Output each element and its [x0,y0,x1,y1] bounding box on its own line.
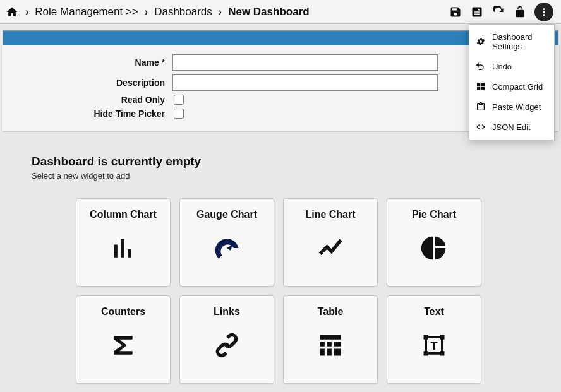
widget-label: Text [424,306,444,318]
undo-icon [476,61,486,71]
chevron-right-icon: › [25,6,28,18]
home-icon[interactable] [5,5,19,19]
widget-label: Counters [101,306,145,318]
menu-item-label: JSON Edit [492,122,531,132]
table-icon [317,331,344,359]
widget-label: Table [318,306,344,318]
widget-links[interactable]: Links [179,295,274,384]
text-box-icon: T [420,331,448,359]
name-label: Name * [9,57,172,68]
widget-gauge-chart[interactable]: Gauge Chart [179,198,274,287]
breadcrumb-parent[interactable]: Role Management >> [35,6,138,18]
breadcrumb: › Role Management >> › Dashboards › New … [5,5,449,19]
gear-icon [476,37,486,47]
widget-counters[interactable]: Counters [76,295,171,384]
grid-icon [476,81,486,92]
widget-label: Line Chart [305,209,355,220]
widget-column-chart[interactable]: Column Chart [76,198,171,287]
paste-icon [476,102,486,112]
line-chart-icon [317,234,344,262]
empty-title: Dashboard is currently empty [32,155,529,169]
widget-label: Column Chart [90,209,157,220]
widget-label: Pie Chart [412,209,456,220]
menu-dashboard-settings[interactable]: Dashboard Settings [469,27,554,56]
chevron-right-icon: › [219,6,222,18]
content-area: Dashboard is currently empty Select a ne… [0,132,561,392]
menu-compact-grid[interactable]: Compact Grid [469,76,554,97]
toolbar [449,3,556,21]
unlock-icon[interactable] [513,5,527,19]
widget-text[interactable]: Text T [387,295,481,384]
sigma-icon [109,331,137,359]
name-input[interactable] [172,54,438,71]
reload-icon[interactable] [492,5,505,19]
menu-json-edit[interactable]: JSON Edit [469,117,554,137]
breadcrumb-current: New Dashboard [228,6,309,18]
empty-subtitle: Select a new widget to add [32,171,529,181]
menu-undo[interactable]: Undo [469,56,554,76]
widget-label: Links [214,306,240,318]
widget-label: Gauge Chart [196,209,257,220]
bar-chart-icon [109,234,137,262]
widget-grid: Column Chart Gauge Chart Line Chart Pie … [76,198,529,384]
breadcrumb-section[interactable]: Dashboards [154,6,212,18]
more-menu-button[interactable] [534,3,553,21]
menu-item-label: Undo [492,62,512,71]
top-bar: › Role Management >> › Dashboards › New … [0,0,561,24]
readonly-checkbox[interactable] [174,95,184,105]
more-menu-dropdown: Dashboard Settings Undo Compact Grid Pas… [469,24,555,140]
widget-table[interactable]: Table [283,295,378,384]
widget-line-chart[interactable]: Line Chart [283,198,378,287]
description-input[interactable] [172,74,438,91]
code-icon [476,122,486,132]
menu-item-label: Paste Widget [492,102,541,112]
hide-timepicker-label: Hide Time Picker [9,109,172,119]
widget-pie-chart[interactable]: Pie Chart [387,198,481,287]
gauge-icon [213,234,241,262]
link-icon [213,331,241,359]
menu-item-label: Dashboard Settings [492,32,548,51]
export-icon[interactable] [470,5,484,19]
menu-paste-widget[interactable]: Paste Widget [469,97,554,117]
description-label: Description [9,78,172,88]
chevron-right-icon: › [145,6,148,18]
save-icon[interactable] [449,5,462,19]
pie-chart-icon [420,234,448,262]
menu-item-label: Compact Grid [492,82,543,92]
svg-text:T: T [430,339,437,352]
readonly-label: Read Only [9,95,172,105]
hide-timepicker-checkbox[interactable] [174,109,184,119]
